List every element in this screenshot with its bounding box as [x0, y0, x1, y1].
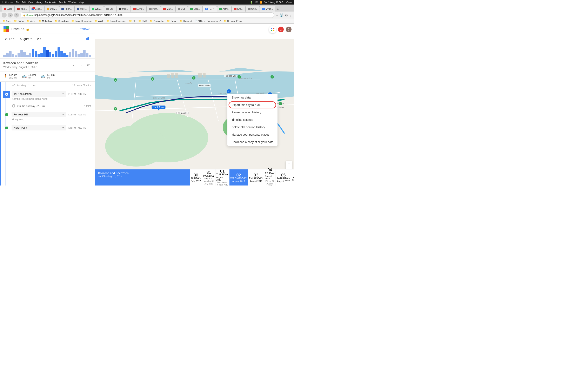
- chart-bar-1: [6, 53, 9, 57]
- bookmark-wwf[interactable]: 📁WWF: [94, 19, 104, 22]
- apple-menu[interactable]: : [2, 1, 3, 4]
- chart-bar-18: [55, 51, 57, 57]
- tab-know[interactable]: Kno...: [232, 6, 246, 11]
- tab-create[interactable]: Crea...: [188, 6, 203, 11]
- tab-inbox[interactable]: Inbo...: [15, 6, 29, 11]
- fortress-label[interactable]: Fortress Hill ▼: [11, 112, 66, 117]
- bookmark-sf[interactable]: 📁SF: [128, 19, 136, 22]
- day-02-month: August 2017: [232, 180, 245, 182]
- prev-day-button[interactable]: ‹: [71, 62, 76, 68]
- strip-day-04[interactable]: 04 Friday August 2017 Friday 04 August 2…: [264, 169, 275, 186]
- tab-github[interactable]: Mak...: [117, 6, 131, 11]
- bookmark-hkexpat[interactable]: 📁Hk expat: [179, 19, 193, 22]
- fortress-more-btn[interactable]: ⋮: [88, 112, 92, 117]
- context-delete-history[interactable]: Delete all Location History: [227, 124, 277, 131]
- strip-day-03[interactable]: 03 Thursday August 2017: [248, 169, 264, 186]
- menu-icon[interactable]: ⋮: [289, 13, 292, 17]
- north-label[interactable]: North Point ▼: [11, 125, 66, 131]
- tab-citizen[interactable]: Citiz...: [246, 6, 260, 11]
- menu-help[interactable]: Help: [79, 1, 84, 3]
- tab-instr[interactable]: Instr...: [147, 6, 161, 11]
- tai-koo-more-btn[interactable]: ⋮: [88, 92, 92, 96]
- north-dropdown[interactable]: ▼: [62, 126, 64, 129]
- tab-mari[interactable]: Mari...: [161, 6, 175, 11]
- reload-button[interactable]: ↻: [14, 13, 19, 18]
- tab-cesar[interactable]: 19 Cesa...: [29, 6, 44, 11]
- day-04-month: August 2017: [265, 175, 274, 180]
- tab-drive[interactable]: My D...: [260, 6, 275, 11]
- day-dropdown[interactable]: 2 ▼: [35, 36, 43, 41]
- tai-koo-dropdown[interactable]: ▼: [62, 93, 64, 95]
- bookmark-scoutbots[interactable]: 📁Scoutbots: [54, 19, 69, 22]
- menu-view[interactable]: View: [28, 1, 33, 3]
- bookmark-impact[interactable]: 📁Impact Invention: [71, 19, 92, 22]
- tab-fb2[interactable]: (7) H...: [74, 6, 89, 11]
- menu-window[interactable]: Window: [68, 1, 76, 3]
- context-export-kml[interactable]: Export this day to KML: [227, 101, 277, 109]
- zoom-in-button[interactable]: +: [286, 161, 292, 167]
- context-timeline-settings[interactable]: Timeline settings: [227, 116, 277, 124]
- menu-edit[interactable]: Edit: [22, 1, 26, 3]
- tab-fb1[interactable]: (4) M...: [59, 6, 74, 11]
- bookmark-aster[interactable]: 📁Aster: [26, 19, 36, 22]
- bottom-location-label: Kowloon and Shenzhen Jul 29 – Aug 10, 20…: [95, 169, 190, 186]
- strip-day-02[interactable]: 02 Wednesday August 2017: [230, 169, 248, 186]
- menu-chrome[interactable]: Chrome: [5, 1, 13, 3]
- strip-day-05[interactable]: 05 Saturday August 2017: [275, 169, 291, 186]
- strip-day-31[interactable]: 31 Monday July 2017 Monday 31 July 2017: [202, 169, 215, 186]
- url-bar[interactable]: 🔒 Secure https://www.google.com/maps/tim…: [20, 12, 274, 18]
- fortress-dropdown[interactable]: ▼: [62, 113, 64, 116]
- svg-text:6A: 6A: [115, 79, 116, 81]
- tab-ecf2[interactable]: ECF: [176, 6, 188, 11]
- extensions-icon[interactable]: ⚙: [285, 13, 288, 17]
- back-button[interactable]: ‹: [2, 13, 7, 18]
- notification-badge[interactable]: 2: [278, 27, 284, 32]
- star-icon[interactable]: ☆: [275, 13, 278, 17]
- context-download-data[interactable]: Download a copy of all your data: [227, 138, 277, 146]
- bookmark-citisci[interactable]: 📁CitiSci: [13, 19, 25, 22]
- tab-asan[interactable]: Asan: [2, 6, 15, 11]
- tab-android[interactable]: E And...: [131, 6, 147, 11]
- month-dropdown[interactable]: August ▼: [18, 36, 34, 41]
- north-more-btn[interactable]: ⋮: [88, 125, 92, 130]
- context-pause-history[interactable]: Pause Location History: [227, 109, 277, 116]
- new-tab-btn[interactable]: ＋: [276, 7, 279, 11]
- chart-bar-2: [9, 51, 11, 57]
- next-day-button[interactable]: ›: [78, 62, 84, 68]
- subway-duration: 4 mins: [84, 104, 91, 107]
- strip-day-30[interactable]: 30 Sunday July 2017: [190, 169, 202, 186]
- google-apps-icon[interactable]: [269, 26, 276, 33]
- bookmark-citizen[interactable]: 📄"Citizen Science for...": [194, 19, 221, 22]
- cast-icon[interactable]: 📡: [280, 13, 284, 17]
- bookmark-apps[interactable]: 📁Apps: [2, 19, 12, 22]
- context-manage-places[interactable]: Manage your personal places: [227, 131, 277, 138]
- timeline-entries[interactable]: Moving · 1.1 km 17 hours 56 mins Tai Koo…: [0, 82, 95, 186]
- bookmark-makerbay[interactable]: 📁Makerbay: [38, 19, 53, 22]
- today-button[interactable]: TODAY: [79, 27, 91, 31]
- delete-day-button[interactable]: 🗑: [85, 62, 91, 68]
- tab-ecf1[interactable]: ECF: [104, 6, 116, 11]
- map-container[interactable]: King's Rd King's Rd Java Rd Cloud View R…: [95, 24, 294, 186]
- tab-timeline[interactable]: T Ti... ✕: [203, 6, 217, 11]
- user-avatar[interactable]: C: [285, 26, 292, 33]
- bookmark-cesar[interactable]: 📁Cesar: [166, 19, 177, 22]
- year-dropdown[interactable]: 2017 ▼: [3, 36, 16, 41]
- strip-day-06[interactable]: 06 Sun: [291, 169, 294, 186]
- tab-whatsapp[interactable]: Wha...: [89, 6, 104, 11]
- bookmark-pmq[interactable]: 📁PMQ: [137, 19, 148, 22]
- bookmark-oh[interactable]: 📁OH pour L'Envt: [223, 19, 243, 22]
- bookmark-paris[interactable]: 📁Paris pihet: [149, 19, 165, 22]
- forward-button[interactable]: ›: [8, 13, 13, 18]
- menu-file[interactable]: File: [16, 1, 19, 3]
- strip-day-01[interactable]: 01 Tuesday August 2017 Tuesday 01 August…: [215, 169, 230, 186]
- tab-activ[interactable]: Activ...: [217, 6, 231, 11]
- menu-people[interactable]: People: [59, 1, 66, 3]
- tab-delivery[interactable]: Deliv...: [44, 6, 59, 11]
- menu-history[interactable]: History: [35, 1, 42, 3]
- tai-koo-label[interactable]: Tai Koo Station ▼: [11, 91, 66, 97]
- svg-text:Tsat-Tsz Mui Rd: Tsat-Tsz Mui Rd: [239, 77, 252, 79]
- chart-view-button[interactable]: [84, 35, 91, 42]
- context-show-raw[interactable]: Show raw data: [227, 94, 277, 101]
- menu-bookmarks[interactable]: Bookmarks: [45, 1, 56, 3]
- bookmark-ecole[interactable]: 📁Ecole Francaise: [105, 19, 127, 22]
